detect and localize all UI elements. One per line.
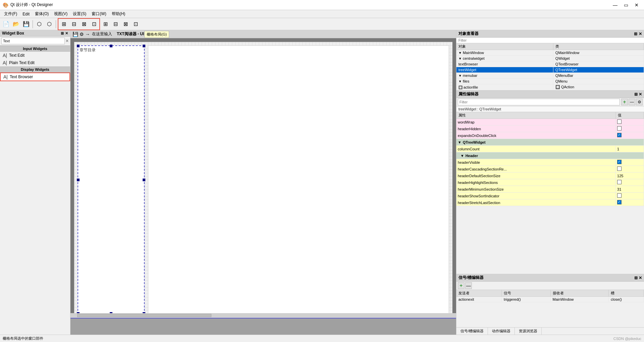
canvas-bottom-bar — [70, 318, 456, 335]
widget-item-text-edit[interactable]: A| Text Edit — [0, 52, 70, 59]
prop-settings-button[interactable]: ⚙ — [636, 99, 643, 105]
signal-remove-button[interactable]: — — [465, 282, 472, 289]
prop-row-columncount[interactable]: columnCount 1 — [456, 146, 644, 152]
object-inspector-header: 对象查看器 ⊞ ✕ — [456, 30, 644, 38]
horizontal-scrollbar[interactable] — [70, 313, 456, 318]
break-layout-button[interactable]: ⊞ — [101, 19, 110, 29]
tree-widget-canvas[interactable]: 章节目录 — [78, 45, 145, 314]
signal-float-icon[interactable]: ⊞ — [634, 276, 638, 280]
widget-box-float-icon[interactable]: ⊞ — [61, 31, 64, 36]
menu-form[interactable]: 窗体(O) — [32, 10, 51, 17]
headersortin-checkbox[interactable] — [617, 193, 622, 198]
obj-row-centralwidget[interactable]: ▼centralwidget QWidget — [456, 56, 644, 61]
prop-row-expandsondoubleclick[interactable]: expandsOnDoubleClick — [456, 132, 644, 139]
tab-resource-browser[interactable]: 资源浏览器 — [515, 328, 542, 335]
layout-grid-button[interactable]: ⊠ — [79, 19, 89, 29]
prop-row-headerminsize[interactable]: headerMinimumSectionSize 31 — [456, 186, 644, 193]
widget-item-plain-text-edit[interactable]: A| Plain Text Edit — [0, 59, 70, 66]
resize-ml[interactable] — [77, 179, 80, 181]
layout-vert-button[interactable]: ⊟ — [69, 19, 79, 29]
headercascading-checkbox[interactable] — [617, 166, 622, 171]
input-widgets-category: Input Widgets — [0, 46, 70, 52]
obj-close-icon[interactable]: ✕ — [639, 32, 642, 36]
obj-row-files[interactable]: ▼files QMenu — [456, 79, 644, 84]
prop-row-headerdefaultsize[interactable]: headerDefaultSectionSize 125 — [456, 173, 644, 179]
menu-help[interactable]: 帮助(H) — [109, 10, 128, 17]
resize-mr[interactable] — [143, 179, 145, 181]
prop-row-headersortin[interactable]: headerShowSortIndicator — [456, 193, 644, 199]
object-inspector-title: 对象查看器 — [458, 31, 479, 37]
prop-add-button[interactable]: + — [621, 99, 628, 105]
widget-search-input[interactable] — [1, 38, 65, 44]
signal-toolbar: + — — [456, 282, 644, 290]
widget-item-text-edit-label: Text Edit — [9, 53, 24, 58]
layout3-button[interactable]: ⊠ — [121, 19, 130, 29]
wordwrap-checkbox[interactable] — [617, 119, 622, 124]
layout-horiz-button[interactable]: ⊞ — [59, 19, 68, 29]
canvas-save-icon[interactable]: 💾 — [72, 32, 78, 37]
menu-settings[interactable]: 设置(S) — [70, 10, 89, 17]
property-filter-input[interactable] — [458, 99, 620, 105]
prop-row-wordwrap[interactable]: wordWrap — [456, 119, 644, 126]
text-edit-icon: A| — [3, 53, 7, 58]
open-button[interactable]: 📂 — [11, 19, 21, 29]
tab-signal-slot[interactable]: 信号/槽编辑器 — [456, 328, 488, 335]
prop-section-header: ▼Header — [456, 152, 644, 159]
prop-remove-button[interactable]: — — [629, 99, 635, 105]
layout4-button[interactable]: ⊡ — [131, 19, 140, 29]
canvas-settings-icon[interactable]: ⚙ — [80, 32, 84, 37]
widget-box-close-icon[interactable]: ✕ — [65, 31, 68, 36]
menu-window[interactable]: 窗口(W) — [89, 10, 109, 17]
resize-tl[interactable] — [77, 45, 80, 47]
canvas-breadcrumb[interactable]: 在这里输入 — [92, 31, 112, 37]
minimize-button[interactable]: — — [610, 1, 620, 9]
widget-box-header-icons: ⊞ ✕ — [61, 31, 68, 36]
headerhighlight-checkbox[interactable] — [617, 180, 622, 184]
obj-row-menubar[interactable]: ▼menubar QMenuBar — [456, 73, 644, 79]
prop-close-icon[interactable]: ✕ — [639, 92, 642, 97]
headerhidden-checkbox[interactable] — [617, 126, 622, 131]
signal-add-button[interactable]: + — [458, 282, 464, 289]
object-filter-input[interactable] — [456, 38, 644, 43]
resize-tm[interactable] — [110, 45, 112, 47]
obj-row-treewidget[interactable]: treeWidget QTreeWidget — [456, 67, 644, 73]
preview2-button[interactable]: ⬡ — [45, 19, 54, 29]
obj-row-textbrowser[interactable]: textBrowser QTextBrowser — [456, 61, 644, 67]
scrollbar-thumb[interactable] — [77, 314, 211, 317]
resize-tr[interactable] — [143, 45, 145, 47]
title-bar: 🎨 Qt 设计师 - Qt Designer — ▭ ✕ — [0, 0, 644, 10]
obj-row-actionfile[interactable]: 🔲actionfile 🔲 QAction — [456, 84, 644, 90]
obj-row-mainwindow[interactable]: ▼MainWindow QMainWindow — [456, 50, 644, 56]
prop-float-icon[interactable]: ⊞ — [634, 92, 638, 97]
tab-action-editor[interactable]: 动作编辑器 — [488, 328, 515, 335]
prop-section-qtreewidget: ▼QTreeWidget — [456, 139, 644, 146]
save-button[interactable]: 💾 — [21, 19, 31, 29]
menu-view[interactable]: 视图(V) — [51, 10, 70, 17]
prop-row-headerhighlight[interactable]: headerHighlightSections — [456, 179, 644, 186]
signal-close-icon[interactable]: ✕ — [639, 276, 642, 280]
menu-edit[interactable]: Edit — [20, 11, 32, 17]
layout-form-button[interactable]: ⊡ — [89, 19, 99, 29]
obj-float-icon[interactable]: ⊞ — [634, 32, 637, 36]
new-button[interactable]: 📄 — [1, 19, 11, 29]
canvas-nav-icon[interactable]: → — [85, 32, 90, 37]
signal-editor-header-icons: ⊞ ✕ — [634, 276, 642, 280]
close-button[interactable]: ✕ — [632, 1, 641, 9]
prop-row-headerhidden[interactable]: headerHidden — [456, 126, 644, 132]
preview-button[interactable]: ⬡ — [35, 19, 44, 29]
status-bar: 栅格布局选中的窗口部件 CSDN @pikeduc — [0, 335, 644, 342]
canvas-inner[interactable]: 章节目录 — [70, 38, 456, 335]
text-browser-canvas[interactable] — [148, 45, 449, 314]
prop-row-headervisible[interactable]: headerVisible — [456, 159, 644, 166]
headerstretch-checkbox[interactable] — [617, 200, 622, 204]
menu-file[interactable]: 文件(F) — [1, 10, 20, 17]
signal-row-0[interactable]: actionexit triggered() MainWindow close(… — [456, 297, 644, 302]
widget-item-text-browser[interactable]: A| Text Browser — [0, 72, 70, 81]
maximize-button[interactable]: ▭ — [621, 1, 631, 9]
expandsondoubleclick-checkbox[interactable] — [617, 133, 622, 137]
prop-row-headerstretch[interactable]: headerStretchLastSection — [456, 199, 644, 206]
search-clear-icon[interactable]: ✕ — [65, 39, 69, 43]
headervisible-checkbox[interactable] — [617, 160, 622, 164]
adjust-size-button[interactable]: ⊟ — [111, 19, 120, 29]
prop-row-headercascading[interactable]: headerCascadingSectionRe... — [456, 166, 644, 173]
